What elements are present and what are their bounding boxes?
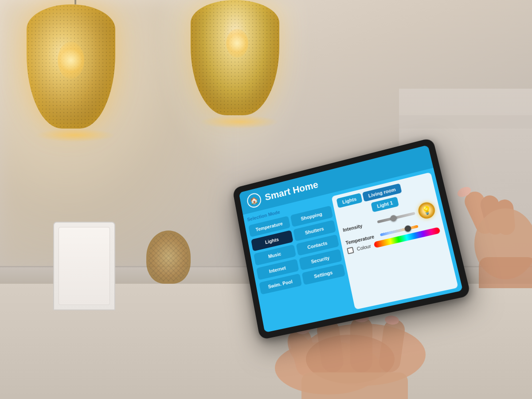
home-icon: 🏠 [246, 192, 262, 209]
svg-rect-18 [479, 257, 532, 288]
svg-rect-8 [301, 372, 408, 399]
lamp-left [27, 0, 124, 155]
colour-label: Colour [356, 243, 372, 252]
temperature-thumb[interactable] [404, 225, 411, 232]
wicker-decor [146, 231, 191, 284]
chair [53, 222, 115, 310]
bulb-icon: 💡 [417, 201, 437, 220]
intensity-label: Intensity [342, 220, 374, 233]
intensity-track [377, 212, 415, 223]
lights-control-panel: Lights Living room Light 1 Intensity [331, 172, 458, 309]
lamp-right [191, 0, 288, 133]
colour-checkbox[interactable] [347, 247, 354, 254]
intensity-thumb[interactable] [390, 215, 397, 222]
hands-container: 🏠 Smart Home Selection Mode Temperature … [222, 133, 532, 399]
background-scene: 🏠 Smart Home Selection Mode Temperature … [0, 0, 532, 399]
